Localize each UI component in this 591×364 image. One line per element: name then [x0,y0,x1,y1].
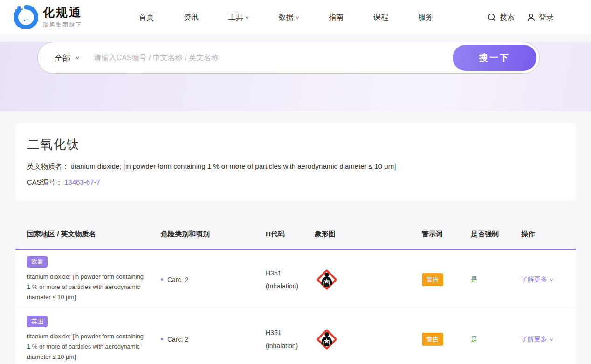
magnifier-icon [488,13,496,22]
col-header-region-name: 国家地区 / 英文物质名 [27,230,161,239]
chevron-down-icon: ∨ [295,15,299,20]
header-actions: 搜索 登录 [488,13,554,22]
col-header-signal-word: 警示词 [422,230,471,239]
table-row: 英国 titanium dioxide; [in powder form con… [15,309,576,364]
nav-item-data[interactable]: 数据 ∨ [279,13,299,22]
chevron-down-icon: ∨ [245,15,249,20]
nav-item-home[interactable]: 首页 [139,13,154,22]
col-header-h-code: H代码 [266,230,315,239]
english-name-label: 英文物质名： [27,162,69,170]
row-english-name: titanium dioxide; [in powder form contai… [27,272,144,302]
col-header-pictogram: 象形图 [315,230,422,239]
col-header-mandatory: 是否强制 [471,230,521,239]
cas-line: CAS编号： 13463-67-7 [27,178,564,187]
h-code: H351 [266,326,315,339]
nav-item-courses[interactable]: 课程 [373,13,388,22]
substance-title: 二氧化钛 [27,136,564,153]
table-row: 欧盟 titanium dioxide; [in powder form con… [15,250,576,309]
classification-table: 国家地区 / 英文物质名 危险类别和项别 H代码 象形图 警示词 是否强制 操作… [15,220,576,364]
row-english-name: titanium dioxide; [in powder form contai… [27,331,144,362]
search-category-select[interactable]: 全部 ∨ [55,53,79,63]
substance-card: 二氧化钛 英文物质名： titanium dioxide; [in powder… [15,123,576,201]
search-section: 全部 ∨ 搜一下 [0,42,591,111]
search-submit-button[interactable]: 搜一下 [453,45,536,71]
nav-item-tools[interactable]: 工具 ∨ [228,13,249,22]
logo-title: 化规通 [43,6,82,19]
bullet-dot [161,278,163,281]
english-name-value: titanium dioxide; [in powder form contai… [71,162,396,170]
site-logo[interactable]: 化规通 瑞旭集团旗下 [14,5,82,31]
ghs08-health-hazard-icon [315,327,422,351]
search-input[interactable] [94,54,453,62]
logo-subtitle: 瑞旭集团旗下 [43,21,82,29]
region-badge: 英国 [27,316,48,327]
person-icon [527,13,536,22]
chevron-down-icon: ∨ [550,277,554,282]
h-code-route: (Inhalation) [266,280,315,293]
signal-word-badge: 警告 [422,333,443,346]
cas-label: CAS编号： [27,178,62,186]
chevron-down-icon: ∨ [550,337,554,342]
learn-more-link[interactable]: 了解更多 ∨ [521,335,576,343]
hazard-class: Carc. 2 [167,336,188,343]
hazard-class: Carc. 2 [167,276,188,283]
search-bar: 全部 ∨ 搜一下 [37,42,540,74]
col-header-actions: 操作 [521,230,576,239]
header-search-button[interactable]: 搜索 [488,13,515,22]
bullet-dot [161,338,163,340]
h-code: H351 [266,267,315,280]
nav-item-news[interactable]: 资讯 [184,13,199,22]
nav-item-services[interactable]: 服务 [418,13,433,22]
login-button[interactable]: 登录 [527,13,554,22]
main-nav: 首页 资讯 工具 ∨ 数据 ∨ 指南 课程 服务 [139,13,433,22]
h-code-route: (inhalation) [266,339,315,352]
table-header-row: 国家地区 / 英文物质名 危险类别和项别 H代码 象形图 警示词 是否强制 操作 [15,220,576,250]
signal-word-badge: 警告 [422,273,443,286]
chevron-down-icon: ∨ [76,55,80,60]
mandatory-flag: 是 [471,275,521,284]
learn-more-link[interactable]: 了解更多 ∨ [521,275,576,284]
mandatory-flag: 是 [471,335,521,343]
region-badge: 欧盟 [27,256,48,268]
logo-icon [14,5,38,31]
ghs08-health-hazard-icon [315,268,422,292]
nav-item-guides[interactable]: 指南 [329,13,344,22]
col-header-hazard-class: 危险类别和项别 [161,230,266,239]
cas-number-link[interactable]: 13463-67-7 [64,178,100,186]
english-name-line: 英文物质名： titanium dioxide; [in powder form… [27,162,564,171]
top-navigation-bar: 化规通 瑞旭集团旗下 首页 资讯 工具 ∨ 数据 ∨ 指南 课程 服务 搜索 [0,0,591,35]
